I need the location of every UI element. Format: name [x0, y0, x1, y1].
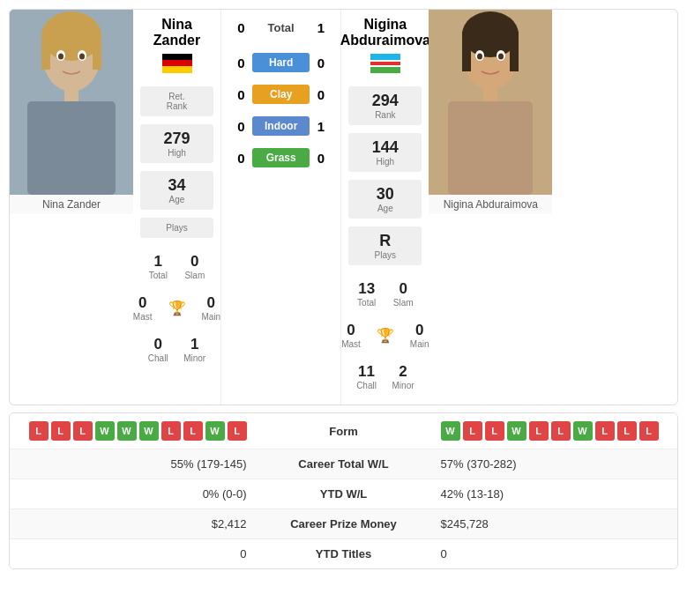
- form-center-label: Form: [256, 425, 432, 438]
- svg-rect-5: [64, 87, 78, 103]
- right-name-text: Nigina Abduraimova: [444, 198, 538, 211]
- left-age-label: Age: [149, 195, 205, 204]
- total-label: Total: [252, 21, 310, 34]
- left-form-3: L: [73, 421, 93, 441]
- right-clay-score: 0: [310, 87, 332, 102]
- titles-label: YTD Titles: [256, 547, 432, 560]
- left-stats-row2: 0 Mast 🏆 0 Main: [140, 287, 213, 329]
- right-indoor-score: 1: [310, 119, 332, 134]
- svg-rect-25: [448, 101, 533, 195]
- right-main-stat: 0 Main: [408, 318, 431, 353]
- left-career-wl: 55% (179-145): [22, 457, 256, 471]
- svg-rect-24: [483, 87, 497, 103]
- right-plays-value: R: [357, 232, 413, 250]
- right-form-8: L: [595, 421, 615, 441]
- right-mast-stat: 0 Mast: [340, 318, 362, 353]
- center-col: 0 Total 1 0 Hard 0 0 Clay 0 0: [221, 10, 340, 404]
- right-ytd-wl: 42% (13-18): [432, 487, 666, 501]
- left-main-stat: 0 Main: [200, 291, 223, 325]
- clay-badge: Clay: [252, 85, 310, 104]
- left-stats-row3: 0 Chall 1 Minor: [140, 329, 213, 370]
- form-row: L L L W W W L L W L Form W L L W L L W L: [10, 413, 677, 449]
- right-hard-score: 0: [310, 56, 332, 71]
- left-form-5: W: [117, 421, 137, 441]
- grass-badge: Grass: [252, 148, 310, 167]
- left-player-silhouette: [10, 10, 133, 195]
- right-rank-box: 294 Rank: [348, 86, 422, 125]
- left-form-9: W: [205, 421, 225, 441]
- right-high-label: High: [357, 157, 413, 167]
- ytd-wl-row: 0% (0-0) YTD W/L 42% (13-18): [10, 479, 677, 509]
- left-player-col: Nina Zander: [10, 10, 133, 404]
- svg-point-10: [79, 54, 85, 60]
- left-total-score: 0: [230, 20, 252, 35]
- left-indoor-score: 0: [230, 119, 252, 134]
- right-player-silhouette: [429, 10, 552, 195]
- svg-rect-22: [462, 32, 471, 71]
- right-form-3: L: [485, 421, 504, 441]
- right-minor-stat: 2 Minor: [391, 360, 416, 394]
- svg-rect-11: [162, 54, 192, 60]
- left-high-label: High: [149, 148, 205, 158]
- hard-row: 0 Hard 0: [221, 49, 340, 76]
- left-titles: 0: [22, 547, 256, 560]
- right-player-photo: [429, 10, 552, 195]
- left-form-4: W: [95, 421, 115, 441]
- right-stats-row2: 0 Mast 🏆 0 Main: [348, 315, 422, 356]
- right-stats-row3: 11 Chall 2 Minor: [348, 356, 422, 397]
- svg-rect-23: [510, 32, 519, 71]
- left-rank-box: Ret. Rank: [140, 86, 213, 116]
- indoor-badge: Indoor: [252, 116, 310, 136]
- left-hard-score: 0: [230, 56, 252, 71]
- prize-label: Career Prize Money: [256, 517, 432, 531]
- left-plays-box: Plays: [140, 218, 213, 238]
- left-total-stat: 1 Total: [147, 249, 169, 284]
- right-flag: [370, 54, 400, 77]
- top-card: Nina Zander Nina Zander: [9, 9, 678, 405]
- left-rank-sublabel: Rank: [149, 101, 205, 111]
- ytd-wl-label: YTD W/L: [256, 487, 432, 501]
- right-plays-box: R Plays: [348, 226, 422, 265]
- left-age-box: 34 Age: [140, 171, 213, 210]
- svg-rect-3: [41, 34, 50, 70]
- svg-rect-13: [162, 66, 192, 73]
- right-form-7: W: [573, 421, 593, 441]
- titles-row: 0 YTD Titles 0: [10, 539, 677, 568]
- left-name-text: Nina Zander: [42, 198, 101, 211]
- right-form-6: L: [551, 421, 571, 441]
- right-player-name: Nigina Abduraimova: [340, 17, 430, 48]
- left-high-box: 279 High: [140, 124, 213, 163]
- players-row: Nina Zander Nina Zander: [10, 10, 552, 404]
- svg-point-2: [41, 11, 101, 61]
- svg-rect-12: [162, 60, 192, 66]
- svg-rect-18: [370, 67, 400, 73]
- svg-rect-17: [370, 65, 400, 67]
- left-stats-row1: 1 Total 0 Slam: [140, 246, 213, 287]
- left-detail-col: Nina Zander Ret. Rank 279: [133, 10, 221, 404]
- right-prize: $245,728: [432, 517, 666, 531]
- left-form-10: L: [228, 421, 247, 441]
- left-grass-score: 0: [230, 151, 252, 166]
- right-form-9: L: [617, 421, 637, 441]
- right-age-value: 30: [357, 185, 413, 204]
- prize-row: $2,412 Career Prize Money $245,728: [10, 509, 677, 539]
- right-chall-stat: 11 Chall: [355, 360, 378, 394]
- svg-rect-15: [370, 60, 400, 62]
- right-high-value: 144: [357, 138, 413, 157]
- svg-point-9: [58, 54, 63, 60]
- right-player-name-under: Nigina Abduraimova: [429, 195, 552, 214]
- right-total-score: 1: [310, 20, 332, 35]
- left-form-2: L: [51, 421, 71, 441]
- svg-point-28: [477, 54, 482, 60]
- left-clay-score: 0: [230, 87, 252, 102]
- right-rank-label: Rank: [357, 110, 413, 120]
- trophy-icon-left: 🏆: [168, 291, 186, 325]
- left-form-badges: L L L W W W L L W L: [22, 421, 256, 441]
- right-age-label: Age: [357, 204, 413, 213]
- career-wl-label: Career Total W/L: [256, 457, 432, 471]
- uz-flag-icon: [370, 54, 400, 73]
- svg-rect-4: [93, 34, 101, 70]
- left-mast-stat: 0 Mast: [131, 291, 154, 325]
- left-slam-stat: 0 Slam: [183, 249, 206, 284]
- left-high-value: 279: [149, 130, 205, 148]
